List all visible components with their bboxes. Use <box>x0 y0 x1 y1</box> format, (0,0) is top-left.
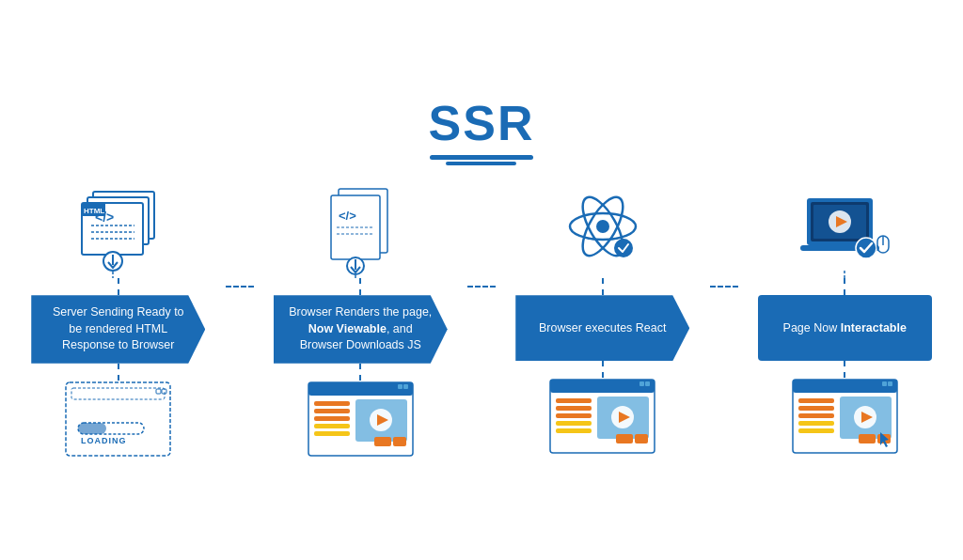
step4-arrow-down <box>844 278 845 295</box>
step4-icon-area <box>793 175 896 278</box>
step1-label-box: Server Sending Ready to be rendered HTML… <box>31 295 205 364</box>
svg-text:LOADING: LOADING <box>81 436 127 445</box>
svg-point-46 <box>614 239 633 257</box>
page-title: SSR <box>429 95 535 151</box>
connector-3 <box>710 175 738 288</box>
svg-rect-32 <box>314 401 350 406</box>
connector-2 <box>467 175 496 288</box>
svg-rect-40 <box>374 437 391 446</box>
svg-rect-50 <box>645 381 650 386</box>
step4-screen <box>791 378 899 462</box>
laptop-icon <box>793 184 896 278</box>
svg-rect-75 <box>798 398 834 403</box>
step3-arrow-down <box>602 278 604 295</box>
step2-arrow-down2 <box>359 364 361 381</box>
svg-rect-60 <box>635 434 648 443</box>
step1-screen: LOADING <box>64 381 172 465</box>
step2-icon-area: .JS </> <box>318 175 403 278</box>
svg-rect-30 <box>398 384 403 389</box>
svg-rect-73 <box>882 381 887 386</box>
svg-rect-76 <box>798 406 834 411</box>
step1-icon-area: HTML </> <box>67 175 170 278</box>
step2-arrow-down <box>359 278 361 295</box>
step3-arrow-down2 <box>602 361 604 378</box>
loading-screen-icon: LOADING <box>64 381 172 458</box>
svg-rect-34 <box>314 416 350 421</box>
svg-rect-36 <box>314 431 350 436</box>
react-atom-icon <box>556 184 650 278</box>
svg-rect-59 <box>616 434 633 443</box>
step4-label: Page Now Interactable <box>783 320 907 337</box>
svg-rect-29 <box>308 382 413 396</box>
step1-arrow-down2 <box>118 364 119 381</box>
step3-screen <box>548 378 656 462</box>
h-arrow-1 <box>226 286 254 288</box>
svg-rect-54 <box>556 421 592 426</box>
step2-label: Browser Renders the page, Now Viewable, … <box>287 304 434 354</box>
svg-text:</>: </> <box>95 210 114 225</box>
svg-rect-48 <box>550 380 655 393</box>
js-file-icon: .JS </> <box>318 184 403 278</box>
svg-rect-79 <box>798 428 834 433</box>
step4-arrow-down2 <box>844 361 845 378</box>
step2-screen <box>307 381 415 465</box>
step2-label-box: Browser Renders the page, Now Viewable, … <box>274 295 448 364</box>
svg-rect-52 <box>556 406 592 411</box>
step3-label: Browser executes React <box>539 320 666 337</box>
svg-text:</>: </> <box>339 209 356 223</box>
step3-label-box: Browser executes React <box>515 295 689 361</box>
step1-label: Server Sending Ready to be rendered HTML… <box>44 304 192 354</box>
svg-rect-55 <box>556 428 592 433</box>
browser-interactive-icon <box>791 378 899 455</box>
main-container: SSR HTML <box>11 95 952 465</box>
title-section: SSR <box>429 95 535 165</box>
step-4: Page Now Interactable <box>738 175 953 462</box>
steps-row: HTML </> <box>11 175 952 465</box>
svg-rect-49 <box>639 381 644 386</box>
step4-label-box: Page Now Interactable <box>758 295 932 361</box>
svg-rect-17 <box>78 423 106 434</box>
h-arrow-2 <box>467 286 496 288</box>
svg-point-45 <box>596 220 609 233</box>
svg-rect-51 <box>556 398 592 403</box>
svg-rect-33 <box>314 409 350 413</box>
html-server-icon: HTML </> <box>67 184 170 278</box>
step-3: Browser executes React <box>496 175 710 462</box>
connector-1 <box>226 175 254 288</box>
h-arrow-3 <box>710 286 738 288</box>
svg-rect-72 <box>793 380 897 393</box>
svg-rect-78 <box>798 421 834 426</box>
svg-rect-74 <box>888 381 892 386</box>
browser-react-icon <box>548 378 656 455</box>
step-1: HTML </> <box>11 175 226 465</box>
svg-rect-53 <box>556 413 592 418</box>
step3-icon-area <box>556 175 650 278</box>
svg-rect-41 <box>393 437 406 446</box>
svg-rect-31 <box>403 384 408 389</box>
step-2: .JS </> Browser Renders the pag <box>254 175 468 465</box>
svg-rect-77 <box>798 413 834 418</box>
step1-arrow-down <box>118 278 119 295</box>
svg-rect-35 <box>314 424 350 428</box>
browser-viewable-icon <box>307 381 415 458</box>
svg-rect-83 <box>859 434 876 443</box>
